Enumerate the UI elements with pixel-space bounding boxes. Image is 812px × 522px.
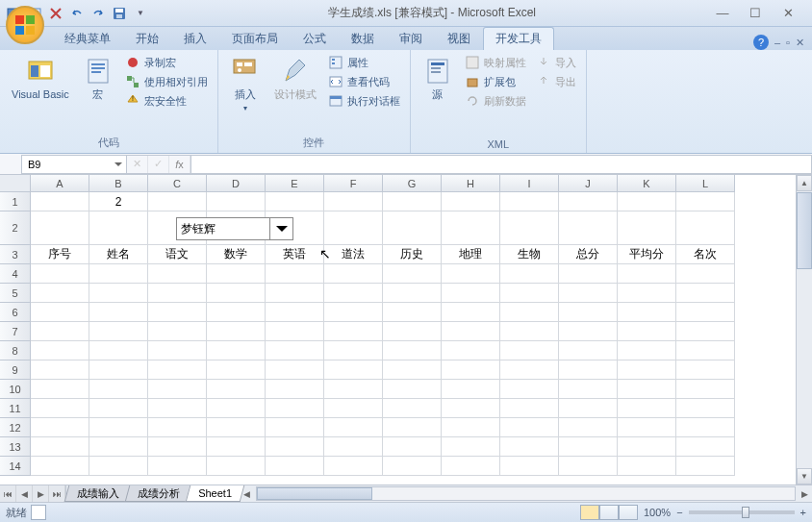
vertical-scrollbar[interactable]: ▲ ▼ (796, 175, 812, 485)
cell[interactable] (676, 437, 735, 457)
cell[interactable] (266, 303, 324, 322)
cell[interactable]: 历史 (383, 245, 442, 264)
cell[interactable] (618, 457, 676, 476)
cell[interactable] (148, 303, 207, 322)
tab-view[interactable]: 视图 (435, 27, 483, 50)
cell[interactable] (207, 303, 266, 322)
record-macro-status-icon[interactable] (31, 505, 46, 520)
cell[interactable]: 姓名 (89, 245, 148, 264)
cell[interactable]: 道法 (324, 245, 383, 264)
cell[interactable] (618, 360, 676, 380)
office-button[interactable] (6, 6, 44, 44)
cell[interactable] (500, 437, 559, 457)
cell[interactable] (559, 192, 618, 211)
sheet-first-icon[interactable]: ⏮ (0, 485, 16, 502)
cell[interactable] (442, 211, 500, 245)
cell[interactable] (676, 341, 735, 360)
cell[interactable] (618, 437, 676, 457)
cell[interactable] (500, 264, 559, 284)
cell[interactable] (324, 211, 383, 245)
column-header[interactable]: K (618, 175, 676, 192)
cell[interactable]: 序号 (31, 245, 89, 264)
cell[interactable] (442, 322, 500, 341)
cell[interactable] (383, 192, 442, 211)
cell[interactable] (383, 303, 442, 322)
cell[interactable] (148, 457, 207, 476)
row-header[interactable]: 11 (0, 399, 31, 418)
dropdown-combo[interactable]: 梦钰辉 (176, 217, 293, 240)
cell[interactable] (500, 418, 559, 437)
row-header[interactable]: 12 (0, 418, 31, 437)
tab-page-layout[interactable]: 页面布局 (219, 27, 291, 50)
cell[interactable] (89, 399, 148, 418)
minimize-button[interactable]: — (710, 4, 735, 23)
cell[interactable] (89, 284, 148, 303)
qat-save-icon[interactable] (110, 4, 129, 23)
cell[interactable] (207, 284, 266, 303)
cell[interactable] (676, 284, 735, 303)
cell[interactable] (676, 192, 735, 211)
column-header[interactable]: I (500, 175, 559, 192)
cell[interactable] (676, 360, 735, 380)
cell[interactable] (266, 418, 324, 437)
column-header[interactable]: B (89, 175, 148, 192)
dropdown-arrow-icon[interactable] (269, 218, 292, 239)
cell[interactable] (383, 360, 442, 380)
tab-data[interactable]: 数据 (339, 27, 387, 50)
close-button[interactable]: ✕ (775, 4, 800, 23)
cell[interactable] (442, 457, 500, 476)
name-box[interactable]: B9 (21, 155, 127, 174)
cell[interactable] (266, 341, 324, 360)
cell[interactable] (207, 380, 266, 399)
zoom-slider[interactable] (689, 510, 795, 514)
properties-button[interactable]: 属性 (326, 54, 402, 71)
cell[interactable] (266, 437, 324, 457)
cell[interactable] (442, 341, 500, 360)
cell[interactable] (148, 341, 207, 360)
cell[interactable] (442, 284, 500, 303)
cell[interactable] (559, 211, 618, 245)
cell[interactable] (500, 284, 559, 303)
cell[interactable] (89, 211, 148, 245)
cell[interactable]: 总分 (559, 245, 618, 264)
cell[interactable] (442, 192, 500, 211)
sheet-next-icon[interactable]: ▶ (33, 485, 49, 502)
cell[interactable] (266, 360, 324, 380)
tab-formulas[interactable]: 公式 (291, 27, 339, 50)
cell[interactable] (383, 457, 442, 476)
xml-source-button[interactable]: 源 (419, 54, 457, 103)
row-header[interactable]: 6 (0, 303, 31, 322)
cell[interactable] (31, 399, 89, 418)
column-header[interactable]: C (148, 175, 207, 192)
zoom-level[interactable]: 100% (644, 507, 671, 518)
cell[interactable] (618, 284, 676, 303)
cell[interactable] (148, 399, 207, 418)
ribbon-minimize-icon[interactable]: – (774, 37, 780, 48)
cell[interactable]: 生物 (500, 245, 559, 264)
horizontal-scrollbar[interactable]: ◀ ▶ (240, 485, 812, 502)
cell[interactable] (676, 264, 735, 284)
cell[interactable] (618, 418, 676, 437)
cell[interactable]: 英语 (266, 245, 324, 264)
cell[interactable] (442, 303, 500, 322)
cell[interactable] (559, 303, 618, 322)
cell[interactable] (31, 437, 89, 457)
doc-restore-icon[interactable]: ▫ (786, 37, 790, 48)
column-header[interactable]: L (676, 175, 735, 192)
cell[interactable] (89, 322, 148, 341)
qat-undo-icon[interactable] (67, 4, 87, 23)
cell[interactable] (31, 418, 89, 437)
cell[interactable] (676, 303, 735, 322)
cell[interactable] (559, 380, 618, 399)
cell[interactable] (89, 418, 148, 437)
column-header[interactable]: E (266, 175, 324, 192)
row-header[interactable]: 3 (0, 245, 31, 264)
scroll-thumb[interactable] (797, 192, 812, 269)
expansion-pack-button[interactable]: 扩展包 (463, 73, 528, 90)
cell[interactable] (500, 303, 559, 322)
cell[interactable] (89, 360, 148, 380)
cell[interactable] (207, 418, 266, 437)
sheet-tab[interactable]: 成绩输入 (64, 485, 133, 502)
cell[interactable] (148, 437, 207, 457)
cell[interactable] (442, 399, 500, 418)
